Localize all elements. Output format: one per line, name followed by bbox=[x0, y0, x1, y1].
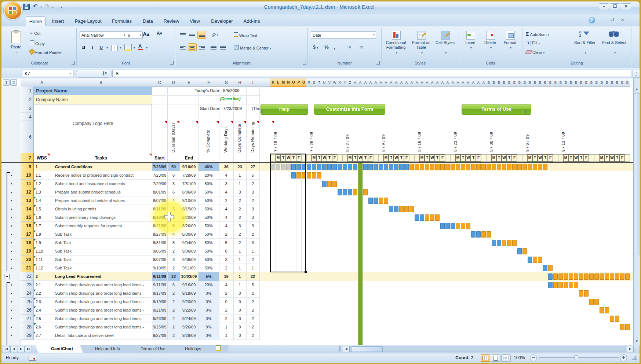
gantt-complete-cell[interactable] bbox=[322, 164, 327, 170]
row-header-1[interactable]: 1 bbox=[21, 87, 34, 95]
col-header-B[interactable]: B bbox=[50, 78, 152, 87]
row-header-24[interactable]: 24 bbox=[21, 289, 34, 298]
col-header-A[interactable]: A bbox=[389, 78, 394, 87]
tab-data[interactable]: Data bbox=[139, 16, 157, 26]
cell-wbs[interactable]: 2.3 bbox=[34, 298, 50, 306]
name-box-dropdown-icon[interactable]: ▾ bbox=[69, 72, 71, 75]
day-header-cell[interactable]: T bbox=[389, 154, 394, 162]
underline-button[interactable]: U bbox=[97, 44, 105, 52]
cell-wd[interactable]: 2 bbox=[219, 315, 233, 323]
cell-s[interactable]: 9/11/09 bbox=[152, 272, 167, 281]
col-header-B[interactable]: B bbox=[532, 78, 538, 87]
row-header-19[interactable]: 19 bbox=[21, 247, 34, 255]
gantt-complete-cell[interactable] bbox=[374, 198, 378, 204]
tab-home[interactable]: Home bbox=[26, 16, 45, 26]
gantt-complete-cell[interactable] bbox=[338, 164, 342, 170]
day-header-cell[interactable] bbox=[522, 154, 527, 162]
cell-wd[interactable]: 2 bbox=[219, 230, 233, 239]
cell-wbs[interactable]: 2.7 bbox=[34, 331, 50, 340]
underline-dropdown-icon[interactable]: ▾ bbox=[106, 46, 108, 49]
col-header-B[interactable]: B bbox=[615, 78, 620, 87]
office-button[interactable] bbox=[4, 1, 22, 20]
day-header-cell[interactable]: F bbox=[584, 154, 589, 162]
cell-wbs[interactable]: 1.7 bbox=[34, 222, 50, 230]
col-header-A[interactable]: A bbox=[481, 78, 487, 87]
day-header-cell[interactable]: T bbox=[353, 154, 358, 162]
cell-p[interactable]: 0% bbox=[198, 323, 219, 331]
gantt-remaining-cell[interactable] bbox=[507, 240, 511, 246]
gantt-complete-cell[interactable] bbox=[343, 189, 347, 195]
prev-sheet-icon[interactable]: ◀ bbox=[10, 346, 17, 352]
cell-dr[interactable]: 3 bbox=[246, 205, 259, 213]
align-left-icon[interactable] bbox=[178, 43, 187, 51]
gantt-remaining-cell[interactable] bbox=[579, 290, 583, 297]
gantt-remaining-cell[interactable] bbox=[538, 257, 542, 263]
cell-dc[interactable]: 1 bbox=[233, 171, 246, 180]
gantt-complete-cell[interactable] bbox=[445, 223, 450, 229]
cell-s[interactable]: 9/17/09 bbox=[152, 289, 167, 298]
cell-e[interactable]: 7/31/09 bbox=[180, 180, 198, 188]
cell-dr[interactable]: 27 bbox=[246, 163, 259, 171]
gantt-remaining-cell[interactable] bbox=[507, 164, 511, 170]
day-header-cell[interactable]: W bbox=[573, 154, 579, 162]
bold-button[interactable]: B bbox=[80, 44, 88, 52]
cell-task[interactable]: Submit shop drawings and order long lead… bbox=[50, 306, 152, 315]
outline-row-dot[interactable] bbox=[11, 234, 12, 235]
day-header-cell[interactable]: T bbox=[425, 154, 430, 162]
paste-button[interactable]: Paste ▾ bbox=[7, 30, 26, 59]
cell-dc[interactable]: 3 bbox=[233, 222, 246, 230]
col-header-B[interactable]: B bbox=[517, 78, 522, 87]
col-header-B[interactable]: B bbox=[491, 78, 497, 87]
day-header-cell[interactable] bbox=[517, 154, 522, 162]
outline-row-dot[interactable] bbox=[11, 192, 12, 193]
outline-row-dot[interactable] bbox=[11, 217, 12, 218]
gantt-remaining-cell[interactable] bbox=[564, 273, 568, 280]
gantt-complete-cell[interactable] bbox=[415, 214, 419, 221]
cell-wbs[interactable]: 1.6 bbox=[34, 213, 50, 222]
gantt-remaining-cell[interactable] bbox=[435, 214, 440, 221]
next-sheet-icon[interactable]: ▶ bbox=[18, 346, 25, 352]
redo-icon[interactable]: ↷ bbox=[45, 3, 50, 10]
cell-e[interactable]: 8/10/09 bbox=[180, 196, 198, 205]
col-header-A[interactable]: A bbox=[383, 78, 389, 87]
cell-p[interactable]: 0% bbox=[198, 298, 219, 306]
col-header-K[interactable]: K bbox=[270, 78, 276, 87]
outline-row-dot[interactable] bbox=[11, 310, 12, 311]
gantt-remaining-cell[interactable] bbox=[461, 223, 465, 229]
gantt-remaining-cell[interactable] bbox=[558, 273, 563, 280]
cell-wd[interactable]: 4 bbox=[219, 213, 233, 222]
decrease-indent-icon[interactable] bbox=[209, 43, 218, 51]
tab-developer[interactable]: Developer bbox=[207, 16, 237, 26]
cell-p[interactable]: 50% bbox=[198, 247, 219, 255]
cell-task[interactable]: Long Lead Procurement bbox=[50, 272, 152, 281]
cell-dr[interactable]: 2 bbox=[246, 315, 259, 323]
cell-d[interactable]: 3 bbox=[167, 180, 180, 188]
workbook-restore-icon[interactable]: ❐ bbox=[611, 18, 614, 22]
hscroll-left-icon[interactable]: ◀ bbox=[343, 346, 350, 352]
day-header-cell[interactable]: M bbox=[527, 154, 532, 162]
todays-date-value[interactable]: 8/5/2009 bbox=[223, 88, 240, 93]
cell-dc[interactable]: 1 bbox=[233, 272, 246, 281]
gantt-remaining-cell[interactable] bbox=[615, 316, 619, 322]
gantt-remaining-cell[interactable] bbox=[574, 273, 578, 280]
undo-dropdown-icon[interactable]: ▾ bbox=[40, 5, 42, 9]
gantt-remaining-cell[interactable] bbox=[466, 223, 470, 229]
italic-button[interactable]: I bbox=[88, 44, 96, 52]
tab-page-layout[interactable]: Page Layout bbox=[71, 16, 105, 26]
decrease-decimal-icon[interactable]: .00 bbox=[356, 44, 367, 51]
cell-e[interactable]: 9/11/09 bbox=[180, 264, 198, 272]
gantt-complete-cell[interactable] bbox=[317, 164, 321, 170]
gantt-remaining-cell[interactable] bbox=[579, 273, 583, 280]
gantt-complete-cell[interactable] bbox=[394, 164, 398, 170]
top-align-icon[interactable] bbox=[178, 31, 187, 39]
gantt-complete-cell[interactable] bbox=[348, 189, 352, 195]
cell-p[interactable]: 20% bbox=[198, 281, 219, 289]
col-header-A[interactable]: A bbox=[404, 78, 409, 87]
day-header-cell[interactable]: T bbox=[579, 154, 584, 162]
gantt-remaining-cell[interactable] bbox=[543, 164, 547, 170]
tab-review[interactable]: Review bbox=[160, 16, 183, 26]
cell-dc[interactable]: 1 bbox=[233, 264, 246, 272]
col-header-A[interactable]: A bbox=[419, 78, 425, 87]
gantt-remaining-cell[interactable] bbox=[497, 164, 501, 170]
outline-row-dot[interactable] bbox=[11, 327, 12, 328]
